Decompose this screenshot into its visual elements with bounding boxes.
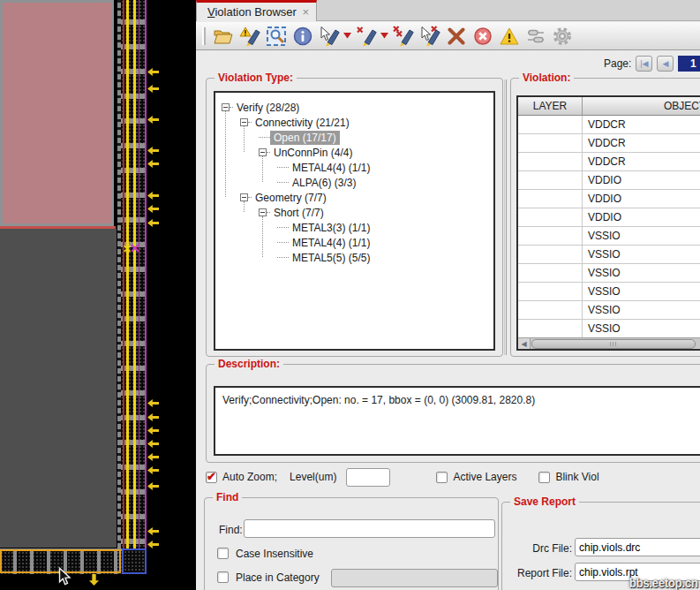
violation-type-tree[interactable]: Verify (28/28)Connectivity (21/21)Open (… — [214, 91, 495, 351]
tree-item-label: Verify (28/28) — [233, 101, 303, 115]
place-in-category-label: Place in Category — [236, 571, 320, 584]
pin-marker-arrow — [147, 482, 159, 490]
cell-layer — [518, 227, 583, 245]
select-violation-icon[interactable] — [319, 26, 340, 47]
auto-zoom-checkbox[interactable] — [206, 472, 217, 483]
tree-item-metal4(4)[interactable]: METAL4(4) (1/1) — [215, 235, 493, 250]
tree-item-label: METAL4(4) (1/1) — [289, 161, 373, 175]
tree-item-short[interactable]: Short (7/7) — [215, 205, 493, 220]
violation-table-row[interactable]: VSSIO — [518, 227, 700, 246]
place-in-category-checkbox[interactable] — [217, 571, 229, 583]
page-number-field[interactable]: 1 — [678, 56, 700, 72]
tree-item-unconnpin[interactable]: UnConnPin (4/4) — [215, 145, 493, 160]
tree-connector — [244, 126, 245, 152]
tree-item-geometry[interactable]: Geometry (7/7) — [215, 190, 493, 205]
case-insensitive-checkbox[interactable] — [217, 548, 229, 559]
pin-marker-arrow — [147, 440, 159, 448]
pin-marker-arrow — [147, 147, 159, 155]
tree-item-alpa(6)[interactable]: ALPA(6) (3/3) — [215, 175, 493, 190]
auto-zoom-label: Auto Zoom; — [222, 471, 277, 483]
select-all-violations-icon[interactable] — [419, 26, 440, 47]
collapse-toggle-icon[interactable] — [240, 193, 248, 201]
description-group: Description: Verify;Connectivity;Open: n… — [206, 364, 700, 463]
violation-table-row[interactable]: VDDIO — [518, 190, 700, 208]
scroll-left-button[interactable]: ◀ — [518, 338, 531, 349]
tree-item-verify[interactable]: Verify (28/28) — [215, 100, 493, 115]
tree-connector — [244, 201, 245, 212]
save-report-label: Save Report — [510, 495, 579, 508]
display-options-icon[interactable] — [525, 26, 546, 47]
category-input[interactable] — [331, 569, 498, 587]
stop-icon[interactable] — [472, 26, 493, 47]
report-file-label: Report File: — [502, 567, 572, 579]
column-header-object1[interactable]: OBJECT1 — [583, 97, 700, 115]
violation-table-row[interactable]: VDDCR — [518, 116, 700, 134]
delete-violation-icon[interactable] — [446, 26, 467, 47]
collapse-toggle-icon[interactable] — [240, 118, 248, 126]
collapse-toggle-icon[interactable] — [222, 103, 230, 111]
unselect-violation-icon[interactable] — [356, 26, 377, 47]
violation-table-row[interactable]: VDDIO — [518, 171, 700, 190]
violation-table-row[interactable]: VSSIO — [518, 246, 700, 264]
info-icon[interactable] — [292, 26, 313, 47]
tree-item-label: Open (17/17) — [270, 131, 340, 145]
cell-object1: VDDIO — [583, 208, 700, 226]
dropdown-arrow-icon[interactable] — [380, 26, 388, 47]
zoom-to-violation-icon[interactable] — [266, 26, 287, 47]
violation-table-row[interactable]: VSSIO — [518, 320, 700, 338]
pin-marker-arrow — [147, 453, 159, 461]
pin-marker-arrow — [147, 219, 159, 227]
case-insensitive-label: Case Insensitive — [236, 548, 313, 560]
tree-item-open[interactable]: Open (17/17) — [215, 130, 493, 145]
violation-label: Violation: — [519, 72, 574, 84]
violation-table-row[interactable]: VDDIO — [518, 208, 700, 227]
unselect-all-violations-icon[interactable] — [393, 26, 414, 47]
description-text-area[interactable]: Verify;Connectivity;Open: no. = 17, bbox… — [214, 386, 700, 456]
violation-table-row[interactable]: VSSIO — [518, 264, 700, 283]
violation-table[interactable]: LAYER OBJECT1 VDDCRVDDCRVDDCRVDDIOVDDIOV… — [516, 95, 700, 351]
pin-marker-arrow — [147, 466, 159, 474]
description-text: Verify;Connectivity;Open: no. = 17, bbox… — [222, 394, 535, 406]
collapse-toggle-icon[interactable] — [259, 208, 267, 216]
pin-marker-arrow — [147, 68, 159, 76]
pin-marker-arrow — [147, 413, 159, 421]
cell-object1: VDDIO — [583, 171, 700, 189]
tab-title: Violation Browser — [207, 5, 297, 19]
refresh-violations-icon[interactable] — [239, 26, 260, 47]
page-prev-button[interactable]: ◀ — [657, 56, 674, 72]
level-input[interactable] — [346, 468, 390, 487]
find-input[interactable] — [244, 519, 495, 538]
violation-group: Violation: LAYER OBJECT1 VDDCRVDDCRVDDCR… — [510, 78, 700, 357]
violation-table-row[interactable]: VDDCR — [518, 153, 700, 171]
panel-splitter[interactable] — [504, 79, 507, 355]
horizontal-scrollbar[interactable]: ◀ — [518, 337, 700, 349]
tree-item-label: Short (7/7) — [270, 206, 327, 220]
violation-table-row[interactable]: VDDCR — [518, 134, 700, 153]
tab-violation-browser[interactable]: Violation Browser × — [196, 0, 317, 21]
cell-object1: VDDIO — [583, 190, 700, 208]
blink-viol-checkbox[interactable] — [538, 472, 550, 483]
cell-object1: VSSIO — [583, 246, 700, 263]
tree-item-metal4(4)[interactable]: METAL4(4) (1/1) — [215, 160, 493, 175]
pad-purple-rail — [139, 0, 139, 548]
waive-violation-icon[interactable] — [499, 26, 520, 47]
scrollbar-thumb[interactable] — [531, 339, 696, 349]
mouse-cursor-icon — [58, 567, 72, 590]
dropdown-arrow-icon[interactable] — [343, 26, 351, 47]
layout-canvas[interactable]: ✕ ✕ — [0, 0, 196, 590]
violation-table-row[interactable]: VSSIO — [518, 301, 700, 320]
drc-file-input[interactable] — [575, 538, 700, 556]
column-header-layer[interactable]: LAYER — [518, 97, 583, 115]
tab-close-icon[interactable]: × — [302, 5, 309, 19]
tree-item-metal5(5)[interactable]: METAL5(5) (5/5) — [215, 250, 493, 265]
violation-table-row[interactable]: VSSIO — [518, 283, 700, 301]
cell-object1: VSSIO — [583, 301, 700, 319]
tree-item-metal3(3)[interactable]: METAL3(3) (1/1) — [215, 220, 493, 235]
settings-gear-icon[interactable] — [552, 26, 573, 47]
active-layers-checkbox[interactable] — [436, 472, 448, 483]
toolbar-grip[interactable] — [202, 27, 206, 45]
page-first-button[interactable]: |◀ — [636, 56, 652, 72]
tree-item-connectivity[interactable]: Connectivity (21/21) — [215, 115, 493, 130]
open-folder-icon[interactable] — [213, 26, 234, 47]
collapse-toggle-icon[interactable] — [259, 148, 267, 156]
